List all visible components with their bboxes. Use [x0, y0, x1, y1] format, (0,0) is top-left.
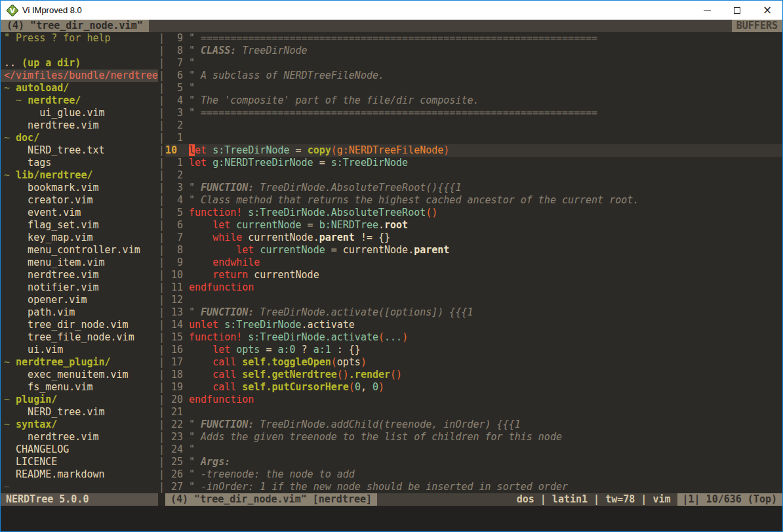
code-line[interactable]: 23" Adds the given treenode to the list … — [165, 431, 782, 443]
code-line[interactable]: 26" -treenode: the node to add — [165, 468, 782, 481]
nerdtree-file-line[interactable]: opener.vim — [4, 294, 158, 306]
code-line[interactable]: 19 call self.putCursorHere(0, 0) — [165, 381, 782, 394]
code-line[interactable]: 12 — [165, 294, 782, 306]
nerdtree-file-line[interactable]: notifier.vim — [4, 281, 158, 294]
code-line[interactable]: 4" Class method that returns the highest… — [165, 194, 782, 207]
nerdtree-file-line[interactable]: menu_item.vim — [4, 256, 158, 269]
statusline-filename: (4) "tree_dir_node.vim" [nerdtree] — [165, 493, 377, 506]
code-line[interactable]: 3" =====================================… — [165, 107, 782, 119]
relative-line-number: 3 — [165, 182, 183, 194]
window-separator[interactable]: ||||||||||||||||||||||||||||||||||||| — [158, 32, 165, 493]
minimize-button[interactable] — [692, 1, 722, 20]
code-line[interactable]: 7 while currentNode.parent != {} — [165, 232, 782, 244]
code-line[interactable]: 17 call self.toggleOpen(opts) — [165, 356, 782, 369]
code-line[interactable]: 8 let currentNode = currentNode.parent — [165, 244, 782, 256]
syntax-segment-file: nerdtree.vim — [4, 431, 99, 443]
nerdtree-file-line[interactable]: nerdtree.vim — [4, 431, 158, 443]
nerdtree-file-line[interactable]: NERD_tree.txt — [4, 144, 158, 157]
nerdtree-file-line[interactable]: tree_dir_node.vim — [4, 319, 158, 331]
nerdtree-dir-line[interactable]: ~ plugin/ — [4, 394, 158, 406]
nerdtree-file-line[interactable]: tags — [4, 157, 158, 169]
nerdtree-root-path[interactable]: </vimfiles/bundle/nerdtree/ — [1, 70, 158, 82]
close-button[interactable]: × — [752, 1, 782, 20]
code-line[interactable]: 25" Args: — [165, 456, 782, 468]
code-line[interactable]: 3" FUNCTION: TreeDirNode.AbsoluteTreeRoo… — [165, 182, 782, 194]
syntax-segment-f — [218, 319, 224, 331]
code-line[interactable]: 22" FUNCTION: TreeDirNode.addChild(treen… — [165, 419, 782, 431]
code-line[interactable]: 24" — [165, 443, 782, 456]
command-line[interactable] — [1, 506, 782, 531]
code-line[interactable]: 10 return currentNode — [165, 269, 782, 281]
code-text: " The 'composite' part of the file/dir c… — [183, 94, 479, 107]
code-line[interactable]: 18 call self.getNerdtree().render() — [165, 369, 782, 381]
nerdtree-file-line[interactable]: ui_glue.vim — [4, 107, 158, 119]
nerdtree-file-line[interactable]: menu_controller.vim — [4, 244, 158, 256]
nerdtree-file-line[interactable]: README.markdown — [4, 468, 158, 481]
code-line[interactable]: 1let g:NERDTreeDirNode = s:TreeDirNode — [165, 157, 782, 169]
code-line[interactable]: 6" A subclass of NERDTreeFileNode. — [165, 70, 782, 82]
nerdtree-file-line[interactable]: fs_menu.vim — [4, 381, 158, 394]
code-window[interactable]: 9" =====================================… — [165, 32, 782, 493]
code-line[interactable]: 20endfunction — [165, 394, 782, 406]
code-line[interactable]: 11endfunction — [165, 281, 782, 294]
code-line[interactable]: 7" — [165, 57, 782, 70]
nerdtree-window[interactable]: " Press ? for help.. (up a dir)</vimfile… — [1, 32, 158, 493]
code-line[interactable]: 21 — [165, 406, 782, 419]
nerdtree-dir-line[interactable]: ~ nerdtree_plugin/ — [4, 356, 158, 369]
nerdtree-file-line[interactable]: key_map.vim — [4, 232, 158, 244]
separator-bar-glyph: | — [158, 57, 165, 70]
code-line[interactable]: 4" The 'composite' part of the file/dir … — [165, 94, 782, 107]
relative-line-number: 8 — [165, 244, 183, 256]
separator-bar-glyph: | — [158, 207, 165, 219]
nerdtree-file-line[interactable]: flag_set.vim — [4, 219, 158, 232]
nerdtree-dir-line[interactable]: ~ doc/ — [4, 132, 158, 144]
syntax-segment-c: " Adds the given treenode to the list of… — [189, 431, 562, 443]
tab-tree-dir-node[interactable]: (4) "tree_dir_node.vim" — [1, 20, 149, 32]
relative-line-number: 1 — [165, 132, 183, 144]
nerdtree-file-line[interactable]: ui.vim — [4, 344, 158, 356]
syntax-segment-f: : {} — [331, 344, 361, 356]
nerdtree-dir-line[interactable]: ~ autoload/ — [4, 82, 158, 94]
syntax-segment-p: () — [337, 369, 349, 380]
maximize-button[interactable] — [722, 1, 752, 20]
code-line[interactable]: 9" =====================================… — [165, 32, 782, 45]
syntax-segment-file: menu_item.vim — [4, 256, 105, 268]
nerdtree-file-line[interactable]: NERD_tree.vim — [4, 406, 158, 419]
nerdtree-file-line[interactable]: LICENCE — [4, 456, 158, 468]
syntax-segment-k: unlet — [189, 319, 218, 331]
code-line-cursor[interactable]: 10let s:TreeDirNode = copy(g:NERDTreeFil… — [165, 144, 782, 157]
code-line[interactable]: 15function! s:TreeDirNode.activate(...) — [165, 331, 782, 344]
code-line[interactable]: 14unlet s:TreeDirNode.activate — [165, 319, 782, 331]
code-line[interactable]: 6 let currentNode = b:NERDTree.root — [165, 219, 782, 232]
nerdtree-file-line[interactable]: CHANGELOG — [4, 443, 158, 456]
syntax-segment-file: key_map.vim — [4, 232, 92, 243]
code-line[interactable]: 2 — [165, 169, 782, 182]
nerdtree-dir-line[interactable]: ~ syntax/ — [4, 419, 158, 431]
code-line[interactable]: 8" CLASS: TreeDirNode — [165, 45, 782, 57]
nerdtree-updir-line[interactable]: .. (up a dir) — [4, 57, 158, 70]
syntax-segment-g: self.toggleOpen — [242, 356, 331, 368]
code-line[interactable]: 13" FUNCTION: TreeDirNode.activate([opti… — [165, 306, 782, 319]
nerdtree-file-line[interactable]: exec_menuitem.vim — [4, 369, 158, 381]
syntax-segment-c: " Class method that returns the highest … — [189, 194, 639, 206]
relative-line-number: 20 — [165, 394, 183, 406]
code-line[interactable]: 5" — [165, 82, 782, 94]
editor-split: " Press ? for help.. (up a dir)</vimfile… — [1, 32, 782, 493]
nerdtree-file-line[interactable]: tree_file_node.vim — [4, 331, 158, 344]
code-line[interactable]: 27" -inOrder: 1 if the new node should b… — [165, 481, 782, 493]
nerdtree-file-line[interactable]: creator.vim — [4, 194, 158, 207]
nerdtree-file-line[interactable]: event.vim — [4, 207, 158, 219]
relative-line-number: 19 — [165, 381, 183, 394]
nerdtree-file-line[interactable]: nerdtree.vim — [4, 269, 158, 281]
nerdtree-file-line[interactable]: bookmark.vim — [4, 182, 158, 194]
nerdtree-dir-line[interactable]: ~ lib/nerdtree/ — [4, 169, 158, 182]
code-line[interactable]: 5function! s:TreeDirNode.AbsoluteTreeRoo… — [165, 207, 782, 219]
nerdtree-file-line[interactable]: nerdtree.vim — [4, 119, 158, 132]
code-line[interactable]: 9 endwhile — [165, 256, 782, 269]
nerdtree-dir-line[interactable]: ~ nerdtree/ — [4, 94, 158, 107]
titlebar[interactable]: V Vi IMproved 8.0 × — [1, 1, 782, 20]
nerdtree-file-line[interactable]: path.vim — [4, 306, 158, 319]
code-line[interactable]: 1 — [165, 132, 782, 144]
code-line[interactable]: 2 — [165, 119, 782, 132]
code-line[interactable]: 16 let opts = a:0 ? a:1 : {} — [165, 344, 782, 356]
